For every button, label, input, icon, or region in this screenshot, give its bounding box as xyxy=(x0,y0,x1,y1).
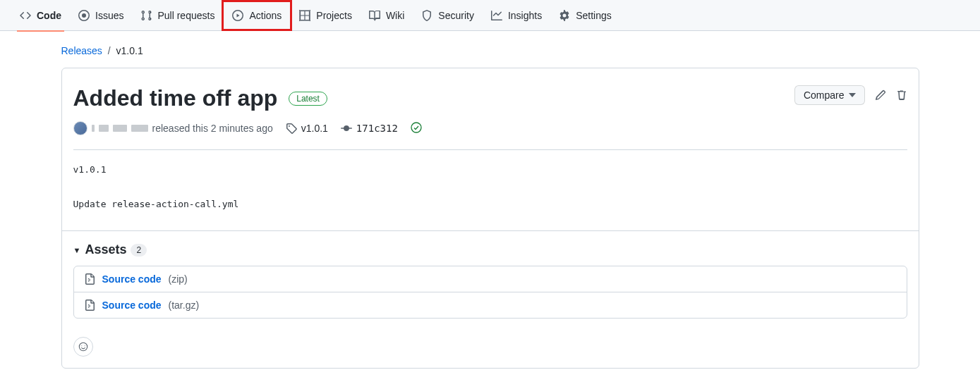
tab-code[interactable]: Code xyxy=(11,0,70,31)
tab-settings-label: Settings xyxy=(576,10,612,21)
tab-insights-label: Insights xyxy=(508,10,542,21)
latest-badge: Latest xyxy=(289,92,327,106)
tab-actions-label: Actions xyxy=(249,10,282,21)
tab-issues[interactable]: Issues xyxy=(70,0,132,31)
release-body: v1.0.1 Update release-action-call.yml xyxy=(73,149,907,230)
tag-name: v1.0.1 xyxy=(301,123,328,134)
asset-link[interactable]: Source code xyxy=(102,273,162,285)
assets-heading: Assets xyxy=(85,242,126,257)
breadcrumb: Releases / v1.0.1 xyxy=(61,31,919,68)
file-zip-icon xyxy=(84,300,95,311)
compare-button[interactable]: Compare xyxy=(794,85,865,105)
commit-sha: 171c312 xyxy=(356,123,398,134)
asset-link[interactable]: Source code xyxy=(102,300,162,311)
pull-request-icon xyxy=(140,10,152,21)
asset-row: Source code (tar.gz) xyxy=(74,292,907,318)
commit-group[interactable]: 171c312 xyxy=(341,123,398,134)
tab-security-label: Security xyxy=(438,10,474,21)
release-title: Added time off app xyxy=(73,85,278,111)
trash-icon xyxy=(896,89,907,101)
tab-security[interactable]: Security xyxy=(413,0,483,31)
commit-icon xyxy=(341,123,352,134)
avatar[interactable] xyxy=(73,121,87,135)
graph-icon xyxy=(491,10,502,21)
tab-wiki[interactable]: Wiki xyxy=(361,0,413,31)
tag-icon xyxy=(286,123,297,134)
smiley-icon xyxy=(78,341,88,352)
svg-point-3 xyxy=(84,345,85,346)
edit-button[interactable] xyxy=(875,89,886,101)
breadcrumb-current: v1.0.1 xyxy=(116,45,143,56)
redacted-text xyxy=(131,125,148,132)
add-reaction-button[interactable] xyxy=(73,337,93,357)
assets-count: 2 xyxy=(131,244,147,257)
released-text: released this 2 minutes ago xyxy=(152,123,273,134)
code-icon xyxy=(20,10,31,21)
breadcrumb-separator: / xyxy=(108,45,111,56)
redacted-text xyxy=(92,125,95,132)
tab-pulls-label: Pull requests xyxy=(157,10,214,21)
actions-highlight-box: Actions xyxy=(222,0,292,31)
release-author-group: released this 2 minutes ago xyxy=(73,121,273,135)
tag-group[interactable]: v1.0.1 xyxy=(286,123,328,134)
issue-icon xyxy=(78,10,90,21)
assets-section: ▼ Assets 2 Source code (zip) Source code… xyxy=(62,230,919,330)
tab-code-label: Code xyxy=(37,10,61,21)
project-icon xyxy=(299,10,310,21)
verified-icon[interactable] xyxy=(411,122,422,135)
redacted-text xyxy=(113,125,127,132)
tab-actions[interactable]: Actions xyxy=(224,0,290,31)
asset-ext: (zip) xyxy=(169,273,188,285)
tab-projects-label: Projects xyxy=(316,10,352,21)
gear-icon xyxy=(559,10,570,21)
caret-down-icon: ▼ xyxy=(73,246,81,254)
breadcrumb-releases-link[interactable]: Releases xyxy=(61,45,102,56)
release-notes: v1.0.1 Update release-action-call.yml xyxy=(73,161,907,214)
tab-insights[interactable]: Insights xyxy=(483,0,550,31)
release-box: Added time off app Latest Compare xyxy=(61,68,919,369)
assets-toggle[interactable]: ▼ Assets 2 xyxy=(73,242,907,257)
svg-point-2 xyxy=(81,345,82,346)
play-icon xyxy=(232,10,243,21)
file-zip-icon xyxy=(84,273,95,285)
tab-settings[interactable]: Settings xyxy=(550,0,620,31)
shield-icon xyxy=(421,10,432,21)
svg-point-0 xyxy=(411,123,421,132)
tab-wiki-label: Wiki xyxy=(386,10,404,21)
book-icon xyxy=(369,10,380,21)
svg-point-1 xyxy=(79,342,87,350)
asset-row: Source code (zip) xyxy=(74,266,907,292)
pencil-icon xyxy=(875,89,886,101)
redacted-text xyxy=(99,125,109,132)
reactions-area xyxy=(62,330,919,368)
tab-pulls[interactable]: Pull requests xyxy=(132,0,223,31)
tab-projects[interactable]: Projects xyxy=(291,0,361,31)
asset-ext: (tar.gz) xyxy=(169,300,200,311)
repo-nav: Code Issues Pull requests Actions Projec… xyxy=(0,0,980,31)
caret-down-icon xyxy=(849,93,856,97)
compare-button-label: Compare xyxy=(804,89,845,101)
delete-button[interactable] xyxy=(896,89,907,101)
tab-issues-label: Issues xyxy=(95,10,123,21)
asset-list: Source code (zip) Source code (tar.gz) xyxy=(73,266,907,319)
